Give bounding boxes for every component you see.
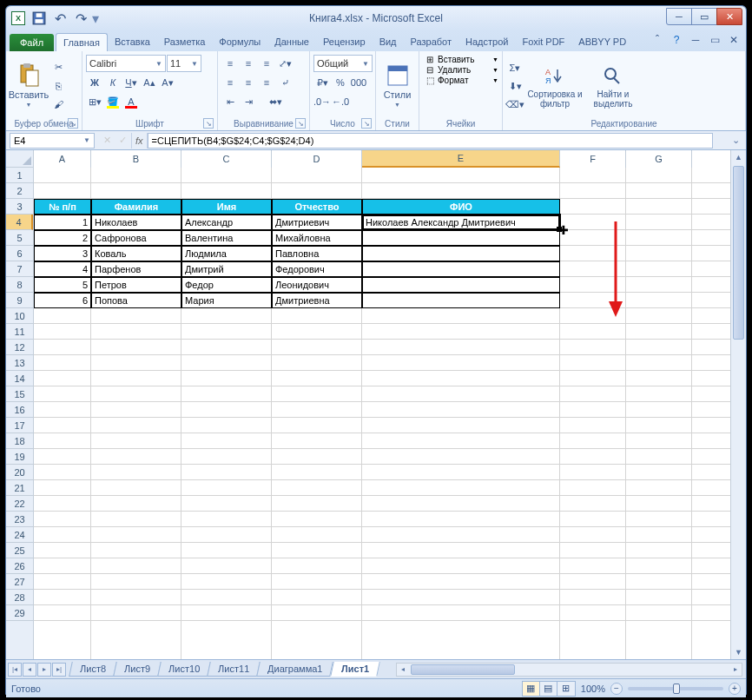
increase-indent-icon[interactable]: ⇥: [240, 93, 257, 110]
border-icon[interactable]: ⊞▾: [86, 93, 103, 110]
row-header-26[interactable]: 26: [6, 558, 33, 574]
zoom-in-icon[interactable]: +: [729, 683, 741, 695]
cell-D9[interactable]: Дмитриевна: [272, 293, 362, 308]
tab-рецензир[interactable]: Рецензир: [316, 33, 373, 51]
tab-вставка[interactable]: Вставка: [108, 33, 157, 51]
increase-font-icon[interactable]: A▴: [141, 74, 158, 91]
sheet-tab-Лист9[interactable]: Лист9: [113, 662, 162, 677]
tab-разработ[interactable]: Разработ: [404, 33, 458, 51]
hscroll-thumb[interactable]: [411, 664, 515, 675]
row-header-24[interactable]: 24: [6, 527, 33, 543]
cell-D8[interactable]: Леонидович: [272, 277, 362, 293]
minimize-ribbon-icon[interactable]: ˆ: [650, 33, 664, 47]
row-header-11[interactable]: 11: [6, 324, 33, 340]
row-header-22[interactable]: 22: [6, 496, 33, 512]
currency-icon[interactable]: ₽▾: [313, 74, 331, 91]
decrease-decimal-icon[interactable]: ←.0: [332, 93, 349, 110]
orientation-icon[interactable]: ⤢▾: [276, 55, 294, 72]
cell-A7[interactable]: 4: [34, 261, 91, 277]
col-header-D[interactable]: D: [272, 150, 362, 168]
cell-E6[interactable]: [362, 246, 560, 261]
cell-B4[interactable]: Николаев: [91, 215, 181, 230]
row-header-4[interactable]: 4: [6, 215, 33, 230]
row-header-13[interactable]: 13: [6, 355, 33, 371]
zoom-thumb[interactable]: [673, 683, 680, 694]
undo-icon[interactable]: ↶: [51, 10, 69, 27]
minimize-button[interactable]: ─: [666, 8, 692, 25]
row-header-23[interactable]: 23: [6, 512, 33, 527]
fill-handle[interactable]: [557, 227, 562, 232]
tab-главная[interactable]: Главная: [56, 33, 108, 51]
tab-разметка[interactable]: Разметка: [157, 33, 213, 51]
row-header-1[interactable]: 1: [6, 168, 33, 183]
scroll-left-icon[interactable]: ◂: [397, 664, 409, 676]
sort-filter-button[interactable]: АЯ Сортировка и фильтр: [525, 53, 584, 118]
normal-view-icon[interactable]: ▦: [523, 682, 540, 696]
vscroll-thumb[interactable]: [733, 166, 744, 340]
underline-icon[interactable]: Ч▾: [122, 74, 140, 91]
scroll-down-icon[interactable]: ▼: [731, 645, 746, 659]
cell-E9[interactable]: [362, 293, 560, 308]
alignment-launcher-icon[interactable]: ↘: [295, 118, 306, 129]
paste-button[interactable]: Вставить ▼: [10, 53, 48, 118]
doc-restore-icon[interactable]: ▭: [708, 33, 722, 47]
styles-button[interactable]: Стили ▼: [379, 53, 415, 118]
clear-icon[interactable]: ⌫▾: [506, 96, 524, 114]
tab-формулы[interactable]: Формулы: [212, 33, 267, 51]
tab-foxit pdf[interactable]: Foxit PDF: [515, 33, 571, 51]
autosum-icon[interactable]: Σ▾: [506, 60, 524, 77]
grid[interactable]: ABCDEFG 12345678910111213141516171819202…: [6, 150, 730, 659]
fx-button[interactable]: fx: [131, 133, 148, 149]
vertical-scrollbar[interactable]: ▲ ▼: [730, 150, 746, 659]
row-header-6[interactable]: 6: [6, 246, 33, 261]
sheet-tab-Лист11[interactable]: Лист11: [207, 662, 261, 677]
page-layout-view-icon[interactable]: ▤: [540, 682, 557, 696]
cell-A8[interactable]: 5: [34, 277, 91, 293]
row-header-19[interactable]: 19: [6, 449, 33, 465]
clipboard-launcher-icon[interactable]: ↘: [68, 118, 78, 129]
cell-C7[interactable]: Дмитрий: [181, 261, 272, 277]
col-header-A[interactable]: A: [34, 150, 91, 168]
delete-cells-button[interactable]: ⊟Удалить▼: [423, 65, 498, 75]
formula-input[interactable]: =СЦЕПИТЬ(B4;$G$24;C4;$G$24;D4): [148, 133, 713, 149]
cell-D7[interactable]: Федорович: [272, 261, 362, 277]
row-header-5[interactable]: 5: [6, 230, 33, 246]
tab-last-icon[interactable]: ▸|: [52, 663, 66, 677]
row-header-17[interactable]: 17: [6, 418, 33, 433]
number-launcher-icon[interactable]: ↘: [361, 118, 372, 129]
cell-C4[interactable]: Александр: [181, 215, 272, 230]
cell-C8[interactable]: Федор: [181, 277, 272, 293]
expand-formula-icon[interactable]: ⌄: [729, 135, 742, 146]
tab-abbyy pd[interactable]: ABBYY PD: [571, 33, 633, 51]
decrease-font-icon[interactable]: A▾: [159, 74, 176, 91]
row-header-18[interactable]: 18: [6, 433, 33, 449]
cell-C6[interactable]: Людмила: [181, 246, 272, 261]
copy-icon[interactable]: ⎘: [49, 77, 67, 95]
comma-icon[interactable]: 000: [350, 74, 367, 91]
horizontal-scrollbar[interactable]: ◂ ▸: [396, 663, 742, 677]
row-header-10[interactable]: 10: [6, 308, 33, 324]
cell-A9[interactable]: 6: [34, 293, 91, 308]
select-all-corner[interactable]: [6, 150, 34, 168]
file-tab[interactable]: Файл: [10, 34, 54, 51]
scroll-right-icon[interactable]: ▸: [729, 664, 742, 676]
row-header-27[interactable]: 27: [6, 574, 33, 590]
row-header-20[interactable]: 20: [6, 465, 33, 480]
number-format-combo[interactable]: Общий▼: [313, 55, 373, 72]
sheet-tab-Лист1[interactable]: Лист1: [330, 662, 380, 677]
row-header-9[interactable]: 9: [6, 293, 33, 308]
format-painter-icon[interactable]: 🖌: [49, 96, 67, 113]
cell-B8[interactable]: Петров: [91, 277, 181, 293]
zoom-out-icon[interactable]: −: [610, 683, 623, 695]
decrease-indent-icon[interactable]: ⇤: [221, 93, 239, 110]
tab-данные[interactable]: Данные: [267, 33, 316, 51]
cell-A4[interactable]: 1: [34, 215, 91, 230]
tab-prev-icon[interactable]: ◂: [23, 663, 36, 677]
col-header-B[interactable]: B: [91, 150, 181, 168]
cell-E5[interactable]: [362, 230, 560, 246]
cell-E7[interactable]: [362, 261, 560, 277]
cell-E4[interactable]: Николаев Александр Дмитриевич: [362, 215, 560, 230]
cell-D4[interactable]: Дмитриевич: [272, 215, 362, 230]
row-header-7[interactable]: 7: [6, 261, 33, 277]
cell-D5[interactable]: Михайловна: [272, 230, 362, 246]
